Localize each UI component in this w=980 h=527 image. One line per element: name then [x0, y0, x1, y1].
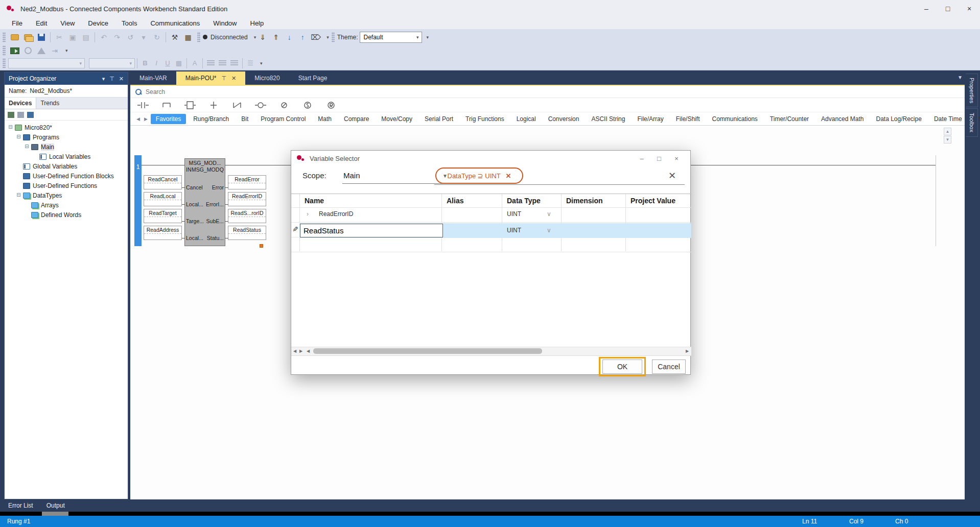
category-trig-functions[interactable]: Trig Functions [460, 114, 509, 124]
expand-tree-icon[interactable] [27, 112, 34, 118]
output-variable-readerrorid[interactable]: ReadErrorID [228, 192, 266, 206]
filter-input-underline[interactable] [434, 184, 685, 185]
tab-main-pou[interactable]: Main-POU* ⊤ ✕ [176, 71, 246, 85]
close-button[interactable]: × [959, 0, 980, 17]
remove-filter-icon[interactable]: ✕ [506, 172, 511, 180]
rung-number-bar[interactable]: 1 [134, 155, 142, 246]
tab-list-chevron-icon[interactable]: ▼ [958, 75, 963, 80]
category-move-copy[interactable]: Move/Copy [376, 114, 417, 124]
menu-tools[interactable]: Tools [115, 17, 144, 29]
msg-modbus-block[interactable]: MSG_MOD... IN MSG_MOD Q Cancel Error Loc… [184, 158, 225, 246]
theme-select[interactable]: Default ▾ [360, 32, 422, 43]
italic-button[interactable]: I [151, 59, 162, 67]
cell-data-type[interactable]: UINT [507, 207, 521, 222]
dialog-minimize-button[interactable]: – [633, 155, 650, 162]
ladder-contact-icon[interactable] [137, 101, 149, 110]
input-variable-readcancel[interactable]: ReadCancel [144, 175, 182, 189]
wrench-icon[interactable]: ⚒ [169, 32, 181, 43]
column-dimension[interactable]: Dimension [566, 194, 603, 207]
toolbar-overflow-icon[interactable]: ▾ [426, 35, 429, 40]
pin-icon[interactable]: ⊤ [221, 75, 226, 82]
step-into-icon[interactable]: ⇥ [49, 45, 61, 56]
cell-data-type[interactable]: UINT [507, 223, 521, 238]
tab-main-var[interactable]: Main-VAR [130, 71, 176, 85]
category-date-time[interactable]: Date Time [929, 114, 967, 124]
ok-button[interactable]: OK [602, 360, 642, 374]
collapse-icon[interactable]: ⊟ [24, 144, 30, 150]
menu-communications[interactable]: Communications [144, 17, 206, 29]
chevron-down-icon[interactable]: ∨ [547, 207, 551, 222]
dialog-maximize-button[interactable]: □ [650, 155, 668, 162]
ladder-coil-set-icon[interactable] [302, 101, 313, 110]
download-arrow-icon[interactable]: ↓ [283, 32, 295, 43]
tab-toolbox[interactable]: Toolbox [966, 108, 978, 137]
category-serial-port[interactable]: Serial Port [419, 114, 458, 124]
align-left-icon[interactable] [207, 60, 215, 66]
new-project-icon[interactable] [9, 32, 21, 43]
tab-output[interactable]: Output [46, 502, 65, 512]
scrollbar-thumb[interactable] [313, 348, 542, 354]
highlight-color-icon[interactable]: ▩ [173, 59, 184, 67]
save-icon[interactable] [35, 32, 48, 43]
category-communications[interactable]: Communications [707, 114, 762, 124]
category-data-log-recipe[interactable]: Data Log/Recipe [871, 114, 926, 124]
font-family-select[interactable]: ▾ [8, 58, 85, 68]
column-data-type[interactable]: Data Type [507, 194, 541, 207]
scroll-left-icon[interactable]: ◀ [136, 116, 140, 122]
search-input[interactable] [146, 88, 350, 95]
output-variable-readsuberrorid[interactable]: ReadS...rorID [228, 209, 266, 223]
menu-help[interactable]: Help [244, 17, 271, 29]
tab-devices[interactable]: Devices [5, 98, 36, 109]
build-icon[interactable]: ▦ [182, 32, 194, 43]
connection-chevron-icon[interactable]: ▾ [254, 35, 256, 40]
datatype-filter-chip[interactable]: DataType ⊇ UINT ✕ [435, 167, 523, 184]
list-icon[interactable]: ☰ [245, 59, 256, 67]
category-file-shift[interactable]: File/Shift [671, 114, 705, 124]
bold-button[interactable]: B [139, 59, 151, 67]
ladder-coil-negated-icon[interactable] [278, 101, 290, 110]
toolbar-overflow-icon[interactable]: ▾ [260, 61, 263, 66]
tree-item-udfb[interactable]: User-Defined Function Blocks [5, 171, 128, 181]
tree-item-global-variables[interactable]: Global Variables [5, 161, 128, 171]
tree-item-local-variables[interactable]: Local Variables [5, 152, 128, 161]
toolbar-overflow-icon[interactable]: ▾ [326, 35, 329, 40]
tree-item-micro820[interactable]: ⊟ Micro820* [5, 123, 128, 132]
paste-icon[interactable]: ▤ [80, 32, 92, 43]
column-alias[interactable]: Alias [447, 194, 463, 207]
navigate-back-chevron-icon[interactable]: ▾ [137, 32, 150, 43]
ladder-toggle-icon[interactable] [231, 101, 243, 110]
tree-item-main[interactable]: ⊟ Main [5, 142, 128, 152]
cancel-button[interactable]: Cancel [652, 360, 686, 374]
tab-trends[interactable]: Trends [36, 98, 63, 109]
input-variable-readlocal[interactable]: ReadLocal [144, 192, 182, 206]
tree-item-defined-words[interactable]: Defined Words [5, 210, 128, 220]
scope-select[interactable]: Main [343, 171, 360, 180]
output-variable-readerror[interactable]: ReadError [228, 175, 266, 189]
ladder-branch-icon[interactable] [161, 101, 172, 110]
clear-filter-icon[interactable]: ✕ [668, 170, 676, 181]
menu-device[interactable]: Device [81, 17, 115, 29]
output-variable-readstatus[interactable]: ReadStatus [228, 226, 266, 240]
ladder-coil-icon[interactable] [255, 101, 266, 110]
copy-icon[interactable]: ▣ [66, 32, 79, 43]
ladder-coil-reset-icon[interactable] [325, 101, 337, 110]
scroll-right-icon[interactable]: ▶ [686, 349, 689, 353]
tab-micro820[interactable]: Micro820 [245, 71, 289, 85]
cut-icon[interactable]: ✂ [53, 32, 65, 43]
download-device-icon[interactable]: ⇓ [256, 32, 269, 43]
align-center-icon[interactable] [219, 60, 226, 66]
category-program-control[interactable]: Program Control [255, 114, 311, 124]
category-file-array[interactable]: File/Array [632, 114, 668, 124]
navigate-forward-icon[interactable]: ↻ [151, 32, 163, 43]
scroll-right-icon[interactable]: ▶ [299, 349, 302, 353]
redo-icon[interactable]: ↷ [111, 32, 123, 43]
canvas-scroll-down-icon[interactable]: ▼ [944, 136, 951, 143]
tab-error-list[interactable]: Error List [8, 502, 33, 512]
chevron-down-icon[interactable]: ∨ [547, 223, 551, 238]
clean-broom-icon[interactable]: ⌦ [310, 32, 322, 43]
ladder-rung-icon[interactable] [208, 101, 219, 110]
add-device-icon[interactable] [8, 112, 14, 118]
ladder-block-icon[interactable] [184, 101, 196, 110]
tab-properties[interactable]: Properties [966, 74, 978, 107]
panel-menu-chevron-icon[interactable]: ▾ [102, 76, 105, 82]
